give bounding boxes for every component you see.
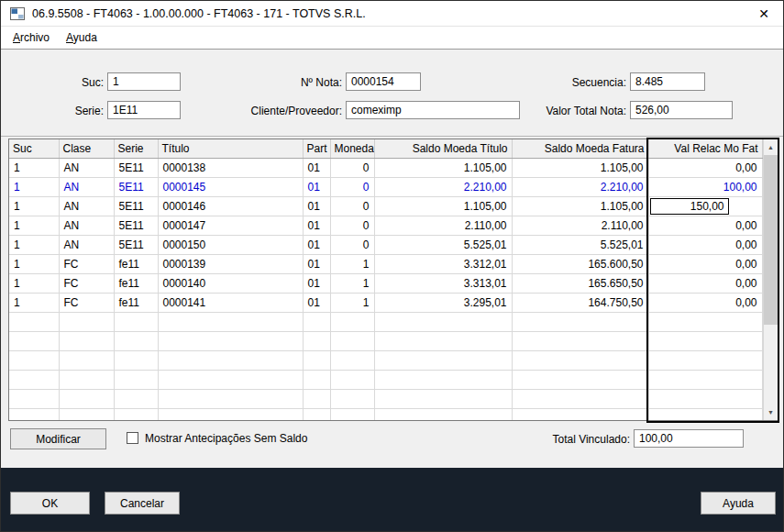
table-row[interactable]: 1FCfe1100001390113.312,01165.600,500,00 xyxy=(9,254,762,273)
cell-suc[interactable]: 1 xyxy=(9,196,59,216)
mostrar-antecipacoes-checkbox[interactable] xyxy=(127,432,138,444)
cell-saldo_titulo[interactable]: 3.313,01 xyxy=(374,273,512,293)
cell-suc[interactable]: 1 xyxy=(9,158,59,177)
cell-titulo[interactable]: 0000147 xyxy=(158,216,303,235)
cell-part[interactable]: 01 xyxy=(303,158,330,177)
cell-titulo[interactable]: 0000140 xyxy=(158,273,303,293)
cancelar-button[interactable]: Cancelar xyxy=(105,492,180,515)
scrollbar-up-icon[interactable]: ▲ xyxy=(764,139,778,155)
cell-saldo_titulo[interactable]: 1.105,00 xyxy=(374,158,512,177)
cell-saldo_fatura[interactable]: 1.105,00 xyxy=(512,196,648,216)
cell-suc[interactable]: 1 xyxy=(9,177,59,196)
cell-clase[interactable]: AN xyxy=(59,235,114,254)
table-row[interactable]: 1AN5E1100001380101.105,001.105,000,00 xyxy=(9,158,762,177)
cell-serie[interactable]: 5E11 xyxy=(114,177,158,196)
cell-val_relac[interactable]: 150,00 xyxy=(648,196,762,216)
total-vinculado-field[interactable]: 100,00 xyxy=(634,429,744,448)
cell-titulo[interactable]: 0000150 xyxy=(158,235,303,254)
cell-val_relac[interactable]: 0,00 xyxy=(648,273,762,293)
table-row[interactable]: 1AN5E1100001450102.210,002.210,00100,00 xyxy=(9,177,762,196)
cell-serie[interactable]: fe11 xyxy=(114,254,158,273)
cell-val_relac[interactable]: 0,00 xyxy=(648,158,762,177)
cell-serie[interactable]: fe11 xyxy=(114,293,158,312)
vertical-scrollbar[interactable]: ▲ ▼ xyxy=(763,139,778,420)
cell-moneda[interactable]: 1 xyxy=(330,254,374,273)
table-row[interactable]: 1AN5E1100001500105.525,015.525,010,00 xyxy=(9,235,762,254)
cell-titulo[interactable]: 0000139 xyxy=(158,254,303,273)
cell-serie[interactable]: 5E11 xyxy=(114,196,158,216)
cell-clase[interactable]: AN xyxy=(59,216,114,235)
ayuda-button[interactable]: Ayuda xyxy=(701,492,776,515)
cell-titulo[interactable]: 0000141 xyxy=(158,293,303,312)
cell-suc[interactable]: 1 xyxy=(9,235,59,254)
table-row[interactable]: 1FCfe1100001410113.295,01164.750,500,00 xyxy=(9,293,762,312)
cell-part[interactable]: 01 xyxy=(303,177,330,196)
cell-moneda[interactable]: 1 xyxy=(330,273,374,293)
cell-part[interactable]: 01 xyxy=(303,273,330,293)
cell-val_relac[interactable]: 0,00 xyxy=(648,235,762,254)
cell-moneda[interactable]: 1 xyxy=(330,293,374,312)
cell-suc[interactable]: 1 xyxy=(9,254,59,273)
cell-suc[interactable]: 1 xyxy=(9,216,59,235)
cell-part[interactable]: 01 xyxy=(303,293,330,312)
nota-field[interactable]: 0000154 xyxy=(346,72,421,91)
cell-part[interactable]: 01 xyxy=(303,235,330,254)
cell-saldo_fatura[interactable]: 2.210,00 xyxy=(512,177,648,196)
cell-saldo_fatura[interactable]: 164.750,50 xyxy=(512,293,648,312)
close-icon[interactable]: ✕ xyxy=(754,4,774,24)
cell-clase[interactable]: FC xyxy=(59,254,114,273)
cell-serie[interactable]: 5E11 xyxy=(114,216,158,235)
cell-saldo_titulo[interactable]: 2.110,00 xyxy=(374,216,512,235)
cell-saldo_titulo[interactable]: 3.312,01 xyxy=(374,254,512,273)
cell-clase[interactable]: FC xyxy=(59,293,114,312)
cell-titulo[interactable]: 0000146 xyxy=(158,196,303,216)
cell-clase[interactable]: FC xyxy=(59,273,114,293)
ok-button[interactable]: OK xyxy=(10,492,90,515)
cell-saldo_titulo[interactable]: 3.295,01 xyxy=(374,293,512,312)
menu-item-archivo[interactable]: Archivo xyxy=(5,28,58,47)
cell-moneda[interactable]: 0 xyxy=(330,196,374,216)
table-row[interactable]: 1AN5E1100001470102.110,002.110,000,00 xyxy=(9,216,762,235)
cell-clase[interactable]: AN xyxy=(59,177,114,196)
cell-saldo_fatura[interactable]: 165.600,50 xyxy=(512,254,648,273)
cell-clase[interactable]: AN xyxy=(59,158,114,177)
cell-saldo_fatura[interactable]: 165.650,50 xyxy=(512,273,648,293)
scrollbar-thumb[interactable] xyxy=(764,155,778,325)
valor-field[interactable]: 526,00 xyxy=(630,101,733,119)
cell-titulo[interactable]: 0000145 xyxy=(158,177,303,196)
cell-part[interactable]: 01 xyxy=(303,196,330,216)
cell-suc[interactable]: 1 xyxy=(9,273,59,293)
inline-edit-input[interactable]: 150,00 xyxy=(650,198,729,215)
cell-saldo_fatura[interactable]: 1.105,00 xyxy=(512,158,648,177)
cell-serie[interactable]: fe11 xyxy=(114,273,158,293)
secuencia-field[interactable]: 8.485 xyxy=(630,72,705,91)
cell-suc[interactable]: 1 xyxy=(9,293,59,312)
cell-part[interactable]: 01 xyxy=(303,254,330,273)
cell-saldo_titulo[interactable]: 5.525,01 xyxy=(374,235,512,254)
cliente-field[interactable]: comeximp xyxy=(346,101,520,119)
scrollbar-down-icon[interactable]: ▼ xyxy=(764,405,778,420)
serie-field[interactable]: 1E11 xyxy=(107,101,181,119)
cell-saldo_titulo[interactable]: 2.210,00 xyxy=(374,177,512,196)
cell-titulo[interactable]: 0000138 xyxy=(158,158,303,177)
cell-moneda[interactable]: 0 xyxy=(330,216,374,235)
cell-val_relac[interactable]: 100,00 xyxy=(648,177,762,196)
cell-saldo_fatura[interactable]: 5.525,01 xyxy=(512,235,648,254)
cell-moneda[interactable]: 0 xyxy=(330,177,374,196)
table-row[interactable]: 1FCfe1100001400113.313,01165.650,500,00 xyxy=(9,273,762,293)
cell-clase[interactable]: AN xyxy=(59,196,114,216)
table-row[interactable]: 1AN5E1100001460101.105,001.105,00150,00 xyxy=(9,196,762,216)
suc-field[interactable]: 1 xyxy=(107,72,181,91)
cell-saldo_fatura[interactable]: 2.110,00 xyxy=(512,216,648,235)
cell-val_relac[interactable]: 0,00 xyxy=(648,254,762,273)
cell-moneda[interactable]: 0 xyxy=(330,158,374,177)
cell-serie[interactable]: 5E11 xyxy=(114,235,158,254)
cell-serie[interactable]: 5E11 xyxy=(114,158,158,177)
cell-val_relac[interactable]: 0,00 xyxy=(648,216,762,235)
cell-val_relac[interactable]: 0,00 xyxy=(648,293,762,312)
modificar-button[interactable]: Modificar xyxy=(10,428,106,449)
cell-saldo_titulo[interactable]: 1.105,00 xyxy=(374,196,512,216)
menu-item-ayuda[interactable]: Ayuda xyxy=(58,28,105,47)
cell-part[interactable]: 01 xyxy=(303,216,330,235)
cell-moneda[interactable]: 0 xyxy=(330,235,374,254)
